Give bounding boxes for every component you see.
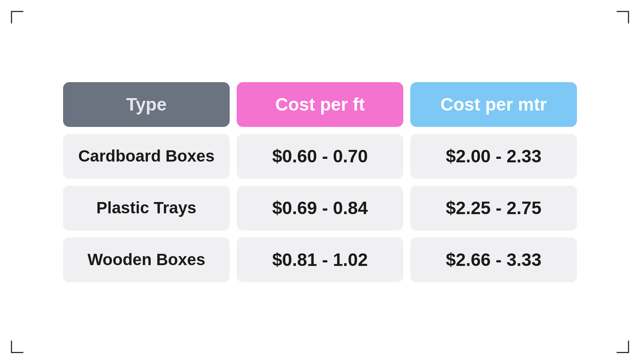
- header-cost-ft-label: Cost per ft: [275, 95, 365, 114]
- corner-bottom-right: [617, 341, 629, 353]
- row-0-cost-ft-value: $0.60 - 0.70: [272, 146, 368, 166]
- row-2-cost-mtr-cell: $2.66 - 3.33: [410, 237, 577, 282]
- table-body: Cardboard Boxes $0.60 - 0.70 $2.00 - 2.3…: [63, 134, 577, 282]
- row-2-type-value: Wooden Boxes: [88, 251, 206, 269]
- row-2-cost-mtr-value: $2.66 - 3.33: [446, 250, 542, 270]
- header-cost-ft-cell: Cost per ft: [237, 82, 403, 127]
- corner-bottom-left: [11, 341, 23, 353]
- row-1-type-value: Plastic Trays: [97, 199, 197, 217]
- table-row: Cardboard Boxes $0.60 - 0.70 $2.00 - 2.3…: [63, 134, 577, 179]
- header-type-cell: Type: [63, 82, 230, 127]
- table-row: Wooden Boxes $0.81 - 1.02 $2.66 - 3.33: [63, 237, 577, 282]
- row-2-cost-ft-value: $0.81 - 1.02: [272, 250, 368, 270]
- row-2-type-cell: Wooden Boxes: [63, 237, 230, 282]
- header-type-label: Type: [126, 95, 167, 114]
- pricing-table: Type Cost per ft Cost per mtr Cardboard …: [63, 82, 577, 282]
- row-0-cost-mtr-cell: $2.00 - 2.33: [410, 134, 577, 179]
- row-0-cost-mtr-value: $2.00 - 2.33: [446, 146, 542, 166]
- header-cost-mtr-cell: Cost per mtr: [410, 82, 577, 127]
- row-1-type-cell: Plastic Trays: [63, 186, 230, 230]
- row-1-cost-ft-value: $0.69 - 0.84: [272, 198, 368, 218]
- row-1-cost-mtr-cell: $2.25 - 2.75: [410, 186, 577, 230]
- header-cost-mtr-label: Cost per mtr: [440, 95, 547, 114]
- row-1-cost-ft-cell: $0.69 - 0.84: [237, 186, 403, 230]
- row-2-cost-ft-cell: $0.81 - 1.02: [237, 237, 403, 282]
- corner-top-right: [617, 11, 629, 23]
- row-0-type-value: Cardboard Boxes: [78, 147, 215, 165]
- row-0-type-cell: Cardboard Boxes: [63, 134, 230, 179]
- row-1-cost-mtr-value: $2.25 - 2.75: [446, 198, 542, 218]
- table-row: Plastic Trays $0.69 - 0.84 $2.25 - 2.75: [63, 186, 577, 230]
- row-0-cost-ft-cell: $0.60 - 0.70: [237, 134, 403, 179]
- table-header-row: Type Cost per ft Cost per mtr: [63, 82, 577, 127]
- corner-top-left: [11, 11, 23, 23]
